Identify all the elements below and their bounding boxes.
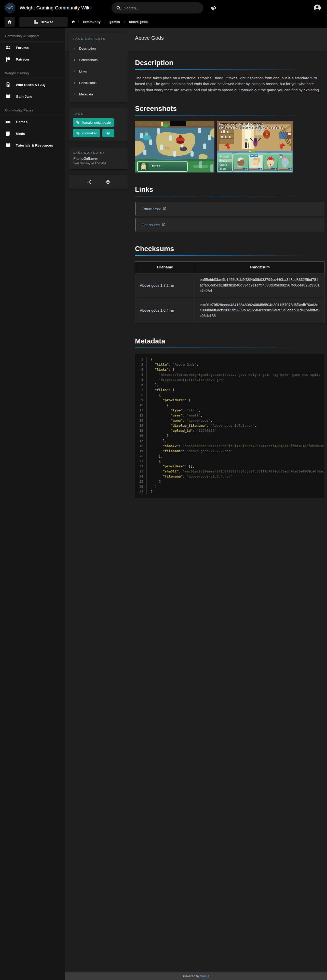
hp-value-4: 414 bbox=[282, 165, 286, 168]
code-line: 12 "user": "emett", bbox=[135, 413, 324, 418]
sidebar-section-header: Community Pages bbox=[0, 102, 65, 116]
breadcrumb-games[interactable]: games bbox=[108, 20, 121, 24]
article: Description The game takes place on a my… bbox=[131, 51, 327, 510]
tag-female-weight-gain[interactable]: female weight gain bbox=[73, 118, 114, 127]
column-header-filename: Filename bbox=[135, 261, 195, 273]
battle-log-line-2: Seh'ers body starts to swell and round-o… bbox=[219, 126, 285, 129]
code-line: 24 "filename": "above-gods-v1.6.4.rar" bbox=[135, 474, 324, 479]
breadcrumb-community[interactable]: community bbox=[81, 20, 102, 24]
toc-label: Screenshots bbox=[79, 58, 97, 62]
breadcrumb-above-gods[interactable]: above-gods bbox=[128, 20, 149, 24]
code-line: 19 "filename": "above-gods-v1.7.2.rar" bbox=[135, 449, 324, 453]
table-row: Above gods 1.7.2.rar ea55ebb03ae9b1465d8… bbox=[135, 273, 324, 298]
breadcrumb-separator: / bbox=[78, 20, 79, 24]
tree-icon bbox=[34, 20, 38, 24]
share-button[interactable] bbox=[86, 179, 92, 185]
sidebar-item-label: Tutorials & Resources bbox=[16, 143, 53, 147]
toc-item-screenshots[interactable]: ›Screenshots bbox=[69, 54, 128, 66]
code-line: 10 { bbox=[135, 403, 324, 408]
sidebar-item-games[interactable]: Games bbox=[0, 116, 65, 128]
mp-value-3: 0 bbox=[275, 169, 276, 171]
heading-rule bbox=[135, 255, 324, 256]
battle-menu-attack[interactable]: Attack bbox=[220, 155, 229, 158]
sidebar-item-gain-jam[interactable]: Gain Jam bbox=[0, 91, 65, 102]
code-line: 13 "game": "above-gods", bbox=[135, 418, 324, 423]
page-contents-header: PAGE CONTENTS bbox=[69, 33, 128, 43]
toc-item-metadata[interactable]: ›Metadata bbox=[69, 89, 128, 100]
code-line: 8 { bbox=[135, 393, 324, 398]
sidebar-item-wiki-rules[interactable]: Wiki Rules & FAQ bbox=[0, 79, 65, 91]
code-line: 3 "links": [ bbox=[135, 367, 324, 372]
breadcrumb-home-icon[interactable] bbox=[71, 20, 75, 24]
sidebar-item-tutorials[interactable]: Tutorials & Resources bbox=[0, 139, 65, 151]
tag-icon bbox=[76, 121, 80, 124]
home-button[interactable] bbox=[5, 17, 15, 27]
filename-cell: Above gods 1.6.4.rar bbox=[135, 298, 195, 323]
sha512-cell: eac01e79529eeea48413848082406456504d3011… bbox=[195, 298, 324, 323]
tag-icon bbox=[76, 131, 80, 135]
forum-post-link[interactable]: Forum Post bbox=[142, 207, 166, 211]
link-card-forum-post[interactable]: Forum Post bbox=[135, 202, 324, 216]
heading-rule bbox=[135, 196, 324, 196]
links-heading: Links bbox=[135, 186, 324, 194]
sidebar: Community & Support Forums Patreon Weigh… bbox=[0, 28, 65, 980]
screenshot-overworld[interactable]: CUTE!! bbox=[135, 121, 214, 172]
battle-menu-guard[interactable]: Guard bbox=[220, 163, 227, 166]
code-line: 2 "title": "Above Gods", bbox=[135, 362, 324, 367]
code-line: 15 "upload_id": "12760236" bbox=[135, 428, 324, 433]
screenshot-battle[interactable]: Rozzen casts Render Harmless! Seh'ers bo… bbox=[217, 121, 293, 172]
metadata-code: 1{2 "title": "Above Gods",3 "links": [4 … bbox=[135, 357, 324, 494]
code-line: 5 "https://emett.itch.io/above-gods" bbox=[135, 377, 324, 382]
section-links: Links Forum Post Get on Itch bbox=[135, 186, 324, 232]
screenshots-heading: Screenshots bbox=[135, 105, 324, 113]
sidebar-item-patreon[interactable]: Patreon bbox=[0, 53, 65, 65]
print-button[interactable] bbox=[105, 179, 111, 185]
browse-all-tags-button[interactable] bbox=[102, 129, 114, 137]
battle-menu-magic[interactable]: Magic bbox=[220, 159, 227, 162]
patreon-icon bbox=[5, 56, 11, 62]
code-line: 20 }, bbox=[135, 453, 324, 459]
wikijs-link[interactable]: Wiki.js bbox=[200, 974, 209, 978]
breadcrumb: / community / games / above-gods bbox=[71, 20, 149, 24]
search-input[interactable]: Search... bbox=[112, 2, 203, 13]
sidebar-section-header: Weight Gaming bbox=[0, 65, 65, 79]
link-label: Forum Post bbox=[142, 207, 161, 211]
mp-value-4: 0 bbox=[290, 169, 291, 171]
link-card-get-on-itch[interactable]: Get on Itch bbox=[135, 218, 324, 232]
battle-log-line-1: Rozzen casts Render Harmless! bbox=[219, 123, 263, 126]
chevron-right-icon: › bbox=[74, 92, 75, 96]
hp-value-3: 714 bbox=[268, 165, 271, 168]
footer: Powered by Wiki.js bbox=[65, 972, 327, 980]
metadata-code-block: 1{2 "title": "Above Gods",3 "links": [4 … bbox=[135, 354, 324, 498]
sidebar-item-label: Mods bbox=[16, 132, 25, 135]
get-on-itch-link[interactable]: Get on Itch bbox=[142, 223, 165, 227]
search-placeholder: Search... bbox=[124, 6, 139, 10]
browse-button[interactable]: Browse bbox=[19, 17, 68, 27]
sidebar-item-forums[interactable]: Forums bbox=[0, 42, 65, 53]
nav-row: Browse / community / games / above-gods bbox=[0, 16, 327, 28]
toc-item-links[interactable]: ›Links bbox=[69, 66, 128, 77]
tags-header: TAGS bbox=[69, 108, 128, 118]
toc-item-checksums[interactable]: ›Checksums bbox=[69, 77, 128, 89]
last-edited-author: PlumpGirlLover bbox=[73, 156, 124, 161]
tags-icon bbox=[106, 131, 110, 135]
wiki-logo[interactable]: wG bbox=[5, 3, 15, 13]
column-header-sha512sum: sha512sum bbox=[195, 261, 324, 273]
book-icon bbox=[5, 94, 11, 99]
sidebar-item-label: Wiki Rules & FAQ bbox=[16, 83, 45, 87]
toc-item-description[interactable]: ›Description bbox=[69, 43, 128, 54]
code-line: 16 } bbox=[135, 433, 324, 438]
mp-value-1: 0 bbox=[245, 169, 247, 171]
tag-rpgmaker[interactable]: rpgmaker bbox=[73, 129, 100, 137]
sha512-cell: ea55ebb03ae9b1465d8dc9f38f4b0fb033799cc4… bbox=[195, 273, 324, 298]
sidebar-item-mods[interactable]: Mods bbox=[0, 128, 65, 139]
code-line: 18 "sha512": "ea55ebb03ae9b1465d8dc9f38f… bbox=[135, 444, 324, 449]
account-button[interactable] bbox=[313, 4, 321, 13]
external-link-icon bbox=[163, 207, 166, 211]
sidebar-item-label: Forums bbox=[16, 46, 29, 49]
code-line: 11 "type": "itch", bbox=[135, 408, 324, 413]
checksums-heading: Checksums bbox=[135, 245, 324, 253]
battle-menu-item[interactable]: Item bbox=[220, 167, 226, 170]
chevron-right-icon: › bbox=[74, 46, 75, 50]
browse-tags-icon[interactable] bbox=[211, 5, 217, 12]
